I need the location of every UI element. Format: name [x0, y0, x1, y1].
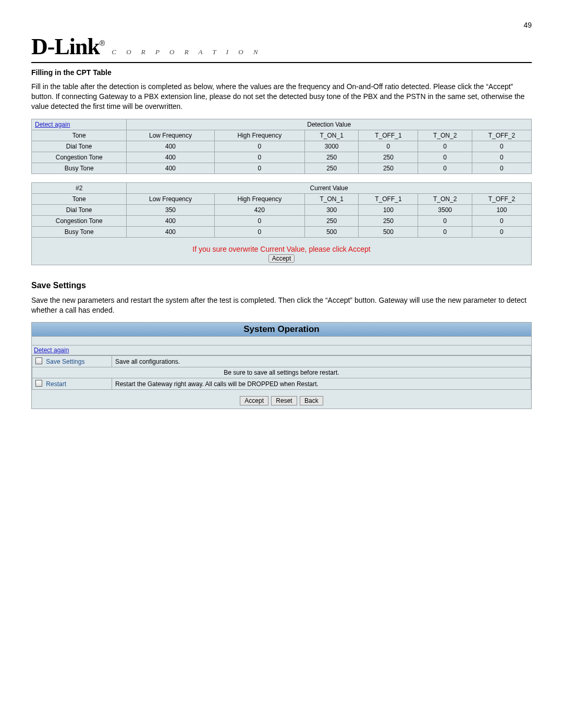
row-off1: 500	[359, 226, 418, 237]
overwrite-warning-row: If you sure overwrite Current Value, ple…	[31, 238, 532, 265]
current-set-label: #2	[32, 182, 127, 193]
sysop-table: Save Settings Save all configurations. B…	[32, 355, 531, 390]
system-operation-panel: System Operation Detect again Save Setti…	[31, 322, 532, 409]
current-table-wrap: #2 Current Value Tone Low Frequency High…	[31, 182, 532, 265]
row-off2: 0	[472, 152, 531, 163]
row-on2: 0	[418, 163, 472, 174]
row-lf: 400	[127, 141, 214, 152]
col-tone: Tone	[32, 130, 127, 141]
sysop-row-restart: Restart Restart the Gateway right away. …	[32, 378, 531, 390]
col-toff1: T_OFF_1	[359, 130, 418, 141]
col-toff1: T_OFF_1	[359, 193, 418, 204]
row-hf: 420	[214, 204, 304, 215]
restart-label: Restart	[46, 380, 66, 388]
col-low-freq: Low Frequency	[127, 130, 214, 141]
row-off1: 250	[359, 215, 418, 226]
row-off2: 0	[472, 141, 531, 152]
sysop-warning-text: Be sure to save all settings before rest…	[32, 367, 531, 378]
row-off1: 0	[359, 141, 418, 152]
row-hf: 0	[214, 215, 304, 226]
row-on1: 250	[304, 215, 358, 226]
current-title: Current Value	[127, 182, 532, 193]
sysop-row-warning: Be sure to save all settings before rest…	[32, 367, 531, 378]
restart-checkbox[interactable]	[35, 380, 42, 387]
row-off2: 0	[472, 163, 531, 174]
sysop-button-row: Accept Reset Back	[32, 390, 531, 409]
row-off2: 100	[472, 204, 531, 215]
table-row: Dial Tone 350 420 300 100 3500 100	[32, 204, 532, 215]
row-hf: 0	[214, 163, 304, 174]
overwrite-warning-text: If you sure overwrite Current Value, ple…	[192, 245, 370, 253]
cpt-heading: Filling in the CPT Table	[31, 68, 532, 77]
col-tone: Tone	[32, 193, 127, 204]
row-name: Busy Tone	[32, 163, 127, 174]
save-settings-paragraph: Save the new parameters and restart the …	[31, 295, 532, 315]
row-name: Congestion Tone	[32, 152, 127, 163]
col-ton1: T_ON_1	[304, 193, 358, 204]
col-ton1: T_ON_1	[304, 130, 358, 141]
table-row: Dial Tone 400 0 3000 0 0 0	[32, 141, 532, 152]
sysop-reset-button[interactable]: Reset	[271, 396, 297, 405]
save-settings-checkbox[interactable]	[35, 357, 42, 364]
row-hf: 0	[214, 141, 304, 152]
sysop-row-save: Save Settings Save all configurations.	[32, 356, 531, 367]
row-name: Dial Tone	[32, 204, 127, 215]
row-on2: 3500	[418, 204, 472, 215]
col-toff2: T_OFF_2	[472, 130, 531, 141]
row-name: Dial Tone	[32, 141, 127, 152]
sysop-detect-again-link[interactable]: Detect again	[34, 347, 69, 354]
detection-header-row: Tone Low Frequency High Frequency T_ON_1…	[32, 130, 532, 141]
row-hf: 0	[214, 152, 304, 163]
row-off1: 250	[359, 152, 418, 163]
row-on1: 500	[304, 226, 358, 237]
row-off1: 250	[359, 163, 418, 174]
brand-logo-text: D-Link®	[31, 33, 104, 60]
col-high-freq: High Frequency	[214, 193, 304, 204]
row-on2: 0	[418, 226, 472, 237]
row-lf: 400	[127, 226, 214, 237]
row-on2: 0	[418, 141, 472, 152]
col-toff2: T_OFF_2	[472, 193, 531, 204]
detection-table-wrap: Detect again Detection Value Tone Low Fr…	[31, 119, 532, 174]
current-header-row: Tone Low Frequency High Frequency T_ON_1…	[32, 193, 532, 204]
row-off1: 100	[359, 204, 418, 215]
system-operation-title: System Operation	[32, 323, 531, 337]
row-on1: 250	[304, 152, 358, 163]
table-row: Busy Tone 400 0 250 250 0 0	[32, 163, 532, 174]
col-ton2: T_ON_2	[418, 193, 472, 204]
row-lf: 350	[127, 204, 214, 215]
sysop-back-button[interactable]: Back	[300, 396, 323, 405]
accept-button[interactable]: Accept	[268, 254, 295, 263]
brand-tagline: C O R P O R A T I O N	[112, 48, 262, 56]
page-number: 49	[31, 21, 532, 29]
row-off2: 0	[472, 226, 531, 237]
detect-again-link[interactable]: Detect again	[35, 121, 70, 128]
row-on2: 0	[418, 215, 472, 226]
detection-table: Detect again Detection Value Tone Low Fr…	[31, 119, 532, 174]
row-name: Congestion Tone	[32, 215, 127, 226]
col-ton2: T_ON_2	[418, 130, 472, 141]
row-name: Busy Tone	[32, 226, 127, 237]
row-lf: 400	[127, 152, 214, 163]
save-settings-desc: Save all configurations.	[112, 356, 531, 367]
save-settings-heading: Save Settings	[31, 281, 532, 290]
row-on1: 3000	[304, 141, 358, 152]
row-on1: 300	[304, 204, 358, 215]
sysop-spacer	[32, 337, 531, 346]
row-lf: 400	[127, 215, 214, 226]
table-row: Congestion Tone 400 0 250 250 0 0	[32, 152, 532, 163]
row-hf: 0	[214, 226, 304, 237]
header-divider	[31, 62, 532, 63]
cpt-paragraph: Fill in the table after the detection is…	[31, 82, 532, 112]
row-on2: 0	[418, 152, 472, 163]
row-off2: 0	[472, 215, 531, 226]
brand-header: D-Link® C O R P O R A T I O N	[31, 33, 532, 63]
registered-icon: ®	[100, 39, 104, 47]
table-row: Busy Tone 400 0 500 500 0 0	[32, 226, 532, 237]
row-on1: 250	[304, 163, 358, 174]
save-settings-label: Save Settings	[46, 358, 84, 365]
sysop-accept-button[interactable]: Accept	[240, 396, 268, 405]
detection-title: Detection Value	[127, 119, 532, 130]
table-row: Congestion Tone 400 0 250 250 0 0	[32, 215, 532, 226]
col-high-freq: High Frequency	[214, 130, 304, 141]
